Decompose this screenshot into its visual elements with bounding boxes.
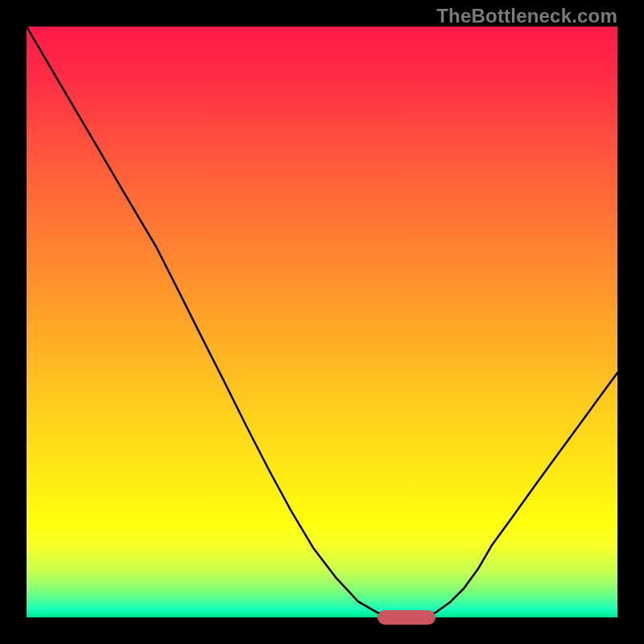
watermark-text: TheBottleneck.com <box>436 5 617 27</box>
bottleneck-chart: TheBottleneck.com <box>0 0 644 644</box>
bottleneck-curve-path <box>27 27 617 617</box>
curve-layer <box>27 27 617 617</box>
optimal-marker <box>378 610 436 625</box>
